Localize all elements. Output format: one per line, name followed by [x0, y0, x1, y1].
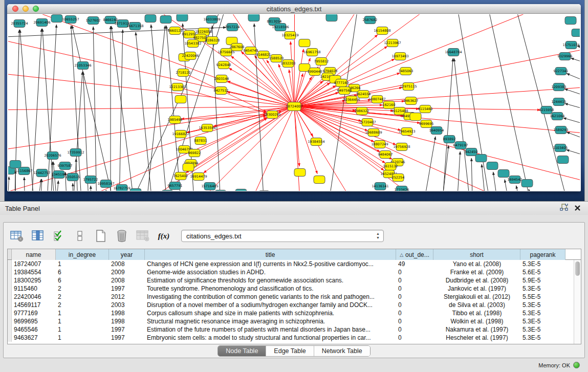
cell[interactable]: 5.9E-5 — [520, 276, 565, 285]
graph-node[interactable] — [294, 169, 306, 177]
tab-node-table[interactable]: Node Table — [218, 346, 266, 356]
graph-node[interactable] — [51, 15, 62, 23]
cell[interactable]: 1 — [56, 260, 109, 268]
cell[interactable]: Estimation of significance thresholds fo… — [145, 276, 396, 285]
graph-edge[interactable] — [566, 150, 580, 178]
cell[interactable]: 1998 — [109, 317, 145, 325]
column-header-in-degree[interactable]: in_degree — [56, 249, 109, 260]
cell[interactable]: Nakamura et al. (1997) — [433, 325, 520, 334]
graph-node[interactable] — [326, 14, 337, 21]
merge-rows-icon[interactable] — [72, 229, 88, 243]
cell[interactable]: 1997 — [109, 325, 145, 334]
cell[interactable]: 18724007 — [12, 260, 56, 268]
graph-edge[interactable] — [106, 190, 108, 191]
cell[interactable]: Dudbridge et al. (2008) — [433, 276, 520, 285]
cell[interactable]: Jankovic et al. (1997) — [433, 285, 520, 293]
column-header-year[interactable]: year — [109, 249, 145, 260]
cell[interactable]: 1 — [56, 325, 109, 334]
cell[interactable]: 9465546 — [12, 325, 56, 334]
cell[interactable]: Estimation of the future numbers of pati… — [145, 325, 396, 334]
table-row[interactable]: 2242004622012Investigating the contribut… — [8, 293, 574, 301]
cell[interactable]: 1 — [56, 334, 109, 342]
cell[interactable]: Yano et al. (2008) — [433, 260, 520, 268]
cell[interactable]: 6 — [56, 268, 109, 276]
table-settings-icon[interactable] — [9, 229, 25, 243]
cell[interactable]: Hescheler et al. (1997) — [433, 334, 520, 342]
cell[interactable]: Changes of HCN gene expression and I(f) … — [145, 260, 396, 268]
cell[interactable]: 2 — [56, 285, 109, 293]
graph-node[interactable] — [521, 180, 533, 187]
cell[interactable]: Genome-wide association studies in ADHD. — [145, 268, 396, 276]
minimize-button[interactable] — [23, 6, 29, 12]
graph-node[interactable] — [299, 39, 310, 47]
cell[interactable]: de Silva et al. (2003) — [433, 301, 520, 309]
cell[interactable]: 2009 — [109, 268, 145, 276]
graph-node[interactable] — [175, 96, 186, 103]
graph-node[interactable] — [248, 14, 259, 21]
cell[interactable]: 1 — [56, 317, 109, 325]
float-panel-icon[interactable] — [560, 204, 568, 213]
cell[interactable]: 2 — [56, 293, 109, 301]
graph-edge[interactable] — [529, 189, 548, 191]
cell[interactable]: 0 — [396, 268, 433, 276]
cell[interactable]: 5.3E-5 — [520, 309, 565, 317]
cell[interactable]: Investigating the contribution of common… — [145, 293, 396, 301]
graph-node[interactable] — [258, 191, 270, 191]
graph-node[interactable] — [487, 162, 498, 170]
graph-edge[interactable] — [34, 179, 41, 191]
cell[interactable]: 0 — [396, 285, 433, 293]
cell[interactable]: 0 — [396, 276, 433, 285]
graph-edge[interactable] — [91, 186, 93, 191]
table-row[interactable]: 969969511998Structural magnetic resonanc… — [8, 317, 574, 325]
cell[interactable]: Structural magnetic resonance image aver… — [145, 317, 396, 325]
cell[interactable]: 9115460 — [12, 285, 56, 293]
vertical-scrollbar[interactable] — [574, 260, 581, 344]
column-header-out-de-[interactable]: △out_de... — [396, 249, 433, 260]
cell[interactable]: 2008 — [109, 260, 145, 268]
graph-edge[interactable] — [8, 55, 294, 106]
select-columns-icon[interactable] — [30, 229, 46, 243]
graph-edge[interactable] — [567, 74, 580, 109]
cell[interactable]: Corpus callosum shape and size in male p… — [145, 309, 396, 317]
close-panel-icon[interactable] — [574, 204, 581, 213]
graph-edge[interactable] — [294, 106, 397, 191]
graph-edge[interactable] — [294, 30, 580, 106]
cell[interactable]: 6 — [56, 276, 109, 285]
graph-node[interactable] — [10, 161, 21, 168]
cell[interactable]: 1 — [56, 309, 109, 317]
graph-node[interactable] — [498, 170, 509, 178]
cell[interactable]: Tibbo et al. (1998) — [433, 309, 520, 317]
table-row[interactable]: 1938455462009Genome-wide association stu… — [8, 268, 574, 276]
graph-node[interactable] — [145, 15, 156, 23]
column-header-short[interactable]: short — [433, 249, 520, 260]
cell[interactable]: 9777169 — [12, 309, 56, 317]
table-row[interactable]: 946362711997Embryonic stem cells: a mode… — [8, 334, 574, 342]
graph-edge[interactable] — [454, 58, 473, 191]
cell[interactable]: Wolkin et al. (1998) — [433, 317, 520, 325]
graph-node[interactable] — [162, 190, 173, 191]
cell[interactable]: Stergiakouli et al. (2012) — [433, 293, 520, 301]
cell[interactable]: 5.3E-5 — [520, 260, 565, 268]
cell[interactable]: Franke et al. (2009) — [433, 268, 520, 276]
cell[interactable]: 0 — [396, 317, 433, 325]
graph-node[interactable] — [314, 176, 325, 184]
graph-node[interactable] — [177, 14, 188, 21]
cell[interactable]: 1998 — [109, 309, 145, 317]
graph-edge[interactable] — [83, 72, 90, 191]
scrollbar-thumb[interactable] — [575, 261, 580, 276]
column-header-title[interactable]: title — [145, 249, 396, 260]
graph-node[interactable] — [565, 17, 576, 25]
graph-edge[interactable] — [42, 29, 57, 191]
function-builder-icon[interactable]: f(x) — [156, 229, 171, 243]
graph-edge[interactable] — [565, 103, 580, 129]
tab-network-table[interactable]: Network Table — [314, 346, 370, 356]
cell[interactable]: 0 — [396, 325, 433, 334]
table-row[interactable]: 1456911722003Disruption of a novel membe… — [8, 301, 574, 309]
cell[interactable]: Embryonic stem cells: a model to study s… — [145, 334, 396, 342]
graph-edge[interactable] — [44, 25, 56, 191]
graph-edge[interactable] — [453, 151, 460, 191]
window-titlebar[interactable]: citations_edges.txt — [7, 4, 581, 14]
cell[interactable]: 5.3E-5 — [520, 301, 565, 309]
table-row[interactable]: 1830029562008Estimation of significance … — [8, 276, 574, 285]
cell[interactable]: 5.5E-5 — [520, 293, 565, 301]
